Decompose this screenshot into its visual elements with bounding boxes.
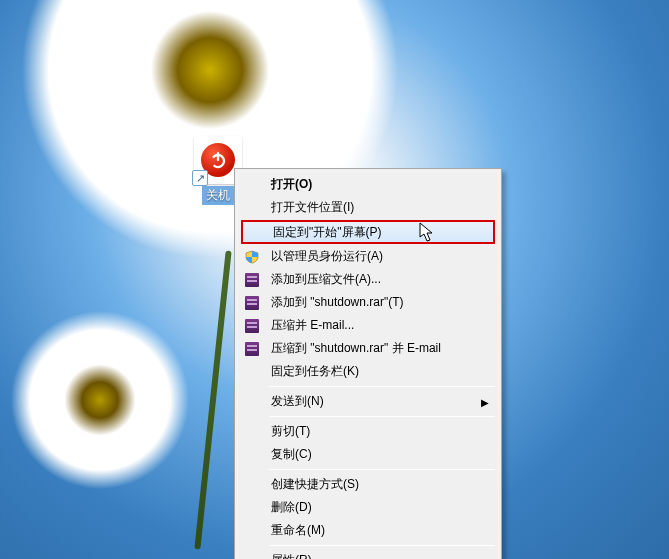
menu-item-label: 添加到 "shutdown.rar"(T) [271,294,404,311]
shortcut-label: 关机 [202,186,234,205]
menu-separator [269,386,495,387]
menu-item-compress-to-rar-email[interactable]: 压缩到 "shutdown.rar" 并 E-mail [239,337,497,360]
menu-item-label: 打开文件位置(I) [271,199,354,216]
shortcut-overlay-icon: ↗ [192,170,208,186]
menu-separator [269,469,495,470]
menu-item-label: 复制(C) [271,446,312,463]
menu-item-label: 固定到"开始"屏幕(P) [273,224,382,241]
wallpaper-stem [194,251,231,550]
submenu-arrow-icon: ▶ [481,396,489,407]
menu-item-run-as-admin[interactable]: 以管理员身份运行(A) [239,245,497,268]
menu-item-open-file-location[interactable]: 打开文件位置(I) [239,196,497,219]
menu-item-properties[interactable]: 属性(R) [239,549,497,559]
menu-item-compress-email[interactable]: 压缩并 E-mail... [239,314,497,337]
menu-item-pin-to-start[interactable]: 固定到"开始"屏幕(P) [241,220,495,244]
menu-item-label: 压缩并 E-mail... [271,317,354,334]
menu-item-label: 剪切(T) [271,423,310,440]
context-menu: 打开(O) 打开文件位置(I) 固定到"开始"屏幕(P) 以管理员身份运行(A) [234,168,502,559]
shield-icon [244,249,260,265]
menu-item-label: 属性(R) [271,552,312,559]
cursor-icon [419,222,437,244]
menu-item-label: 发送到(N) [271,393,324,410]
menu-item-label: 压缩到 "shutdown.rar" 并 E-mail [271,340,441,357]
menu-item-add-to-archive[interactable]: 添加到压缩文件(A)... [239,268,497,291]
archive-icon [244,318,260,334]
menu-item-copy[interactable]: 复制(C) [239,443,497,466]
menu-item-label: 打开(O) [271,176,312,193]
menu-item-create-shortcut[interactable]: 创建快捷方式(S) [239,473,497,496]
menu-item-open[interactable]: 打开(O) [239,173,497,196]
menu-item-cut[interactable]: 剪切(T) [239,420,497,443]
menu-separator [269,416,495,417]
menu-item-label: 创建快捷方式(S) [271,476,359,493]
menu-item-rename[interactable]: 重命名(M) [239,519,497,542]
wallpaper-flower-small [10,310,190,490]
menu-item-label: 删除(D) [271,499,312,516]
menu-item-label: 固定到任务栏(K) [271,363,359,380]
menu-item-delete[interactable]: 删除(D) [239,496,497,519]
menu-item-add-to-shutdown-rar[interactable]: 添加到 "shutdown.rar"(T) [239,291,497,314]
archive-icon [244,341,260,357]
archive-icon [244,295,260,311]
context-menu-inner: 打开(O) 打开文件位置(I) 固定到"开始"屏幕(P) 以管理员身份运行(A) [237,171,499,559]
archive-icon [244,272,260,288]
menu-separator [269,545,495,546]
menu-item-label: 以管理员身份运行(A) [271,248,383,265]
menu-item-send-to[interactable]: 发送到(N) ▶ [239,390,497,413]
menu-item-label: 添加到压缩文件(A)... [271,271,381,288]
menu-item-label: 重命名(M) [271,522,325,539]
menu-item-pin-to-taskbar[interactable]: 固定到任务栏(K) [239,360,497,383]
